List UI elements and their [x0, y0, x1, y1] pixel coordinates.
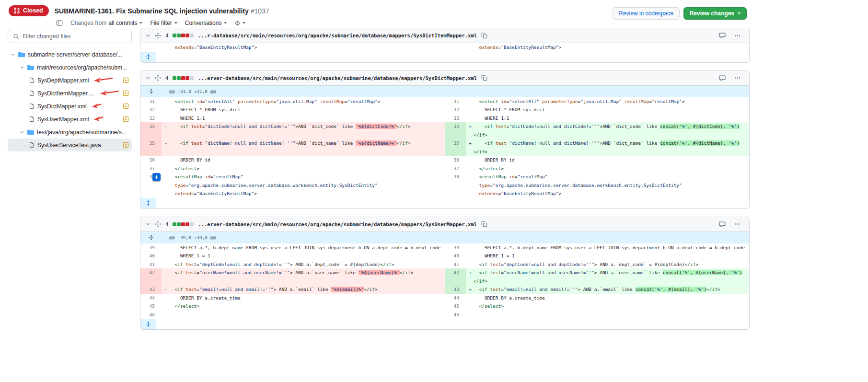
line-number[interactable]: 35: [140, 139, 162, 156]
diff-settings-dropdown[interactable]: ⚙: [234, 20, 245, 26]
diff-code-line: <select id="selectAll" parameterType="ja…: [162, 97, 445, 106]
line-number[interactable]: 36: [445, 156, 466, 164]
drag-handle-icon[interactable]: [155, 33, 161, 39]
line-number[interactable]: 32: [445, 105, 466, 114]
diff-code-line: extends="BaseEntityResultMap">: [466, 43, 749, 52]
line-number[interactable]: 43: [445, 285, 466, 294]
collapse-file-icon[interactable]: [145, 75, 150, 81]
file-header: 4...erver-database/src/main/resources/or…: [140, 71, 749, 86]
changes-from-dropdown[interactable]: Changes from all commits: [70, 20, 142, 26]
tree-file-sysdeptmapper-xml[interactable]: SysDeptMapper.xml: [8, 74, 132, 87]
split-divider: [445, 86, 445, 208]
file-comment-icon[interactable]: [719, 221, 726, 228]
unfold-icon: [149, 88, 154, 94]
line-number[interactable]: 36: [140, 156, 162, 164]
line-number[interactable]: 41: [445, 260, 466, 269]
file-menu-icon[interactable]: [734, 33, 741, 39]
file-path[interactable]: ...r-database/src/main/resources/org/apa…: [198, 33, 477, 38]
sidebar-toggle-icon[interactable]: [56, 20, 63, 26]
file-path[interactable]: ...erver-database/src/main/resources/org…: [198, 221, 477, 227]
line-number[interactable]: 44: [140, 294, 162, 302]
status-badge: Closed: [9, 5, 49, 16]
line-number[interactable]: 46: [445, 311, 466, 319]
line-number[interactable]: [445, 43, 466, 52]
line-number[interactable]: 39: [140, 243, 162, 252]
tree-folder-test-java-org-apache-submarine-s[interactable]: test/java/org/apache/submarine/s...: [8, 126, 132, 139]
review-in-codespace-button[interactable]: Review in codespace: [613, 7, 679, 20]
tree-file-sysusermapper-xml[interactable]: SysUserMapper.xml: [8, 113, 132, 126]
annotation-arrow-icon: [93, 76, 114, 83]
drag-handle-icon[interactable]: [155, 221, 161, 227]
line-number[interactable]: 40: [445, 252, 466, 260]
line-number[interactable]: 34: [140, 122, 162, 139]
line-number[interactable]: 34: [445, 122, 466, 139]
diff-code-line: <select id="selectAll" parameterType="ja…: [466, 97, 749, 106]
diff-table: @@ -39,8 +39,8 @@39 SELECT a.*, b.dept_n…: [140, 232, 749, 330]
line-number[interactable]: 35: [445, 139, 466, 156]
file-path[interactable]: ...erver-database/src/main/resources/org…: [198, 75, 477, 81]
diff-code-line: [162, 311, 445, 319]
diff-code-line: extends="BaseEntityResultMap">: [162, 43, 445, 52]
line-number[interactable]: 43: [140, 285, 162, 294]
line-number[interactable]: 41: [140, 260, 162, 269]
diff-context-half: 31 <select id="selectAll" parameterType=…: [445, 97, 749, 106]
line-number[interactable]: 40: [140, 252, 162, 260]
diffstat: [173, 76, 194, 80]
line-number[interactable]: 42: [140, 268, 162, 285]
diff-added-half: 43+ <if test="email!=null and email!=''"…: [445, 285, 749, 294]
diff-context-half: 39 SELECT a.*, b.dept_name FROM sys_user…: [445, 243, 749, 252]
diff-code-line: ORDER BY id: [162, 156, 445, 164]
line-number[interactable]: 38: [445, 173, 466, 198]
drag-handle-icon[interactable]: [155, 75, 161, 81]
annotation-arrow-icon: [92, 102, 102, 109]
file-comment-icon[interactable]: [719, 75, 726, 81]
diffstat-square: [173, 34, 176, 37]
diff-context-half: 36 ORDER BY id: [445, 156, 749, 164]
conversations-dropdown[interactable]: Conversations: [185, 20, 227, 26]
line-number[interactable]: 37: [445, 164, 466, 173]
filter-files-input[interactable]: [23, 33, 127, 40]
folder-icon: [27, 129, 34, 136]
file-menu-icon[interactable]: [734, 221, 741, 227]
tree-folder-submarine-server-server-database[interactable]: submarine-server/server-database/...: [8, 48, 132, 61]
file-menu-icon[interactable]: [734, 75, 741, 81]
expand-diff-button[interactable]: [140, 52, 156, 62]
changes-count: 4: [165, 33, 168, 38]
line-number[interactable]: 46: [140, 311, 162, 319]
line-number[interactable]: 39: [445, 243, 466, 252]
collapse-file-icon[interactable]: [145, 221, 150, 227]
line-number[interactable]: 31: [140, 97, 162, 106]
file-filter-dropdown[interactable]: File filter: [150, 20, 177, 26]
line-number[interactable]: [140, 43, 162, 52]
line-number[interactable]: 33: [445, 114, 466, 123]
line-number[interactable]: 31: [445, 97, 466, 106]
line-number[interactable]: 45: [140, 302, 162, 311]
file-diff-1: 4...r-database/src/main/resources/org/ap…: [140, 28, 750, 63]
file-comment-icon[interactable]: [719, 32, 726, 39]
copy-path-icon[interactable]: [481, 75, 487, 81]
line-number[interactable]: 33: [140, 114, 162, 123]
review-changes-button[interactable]: Review changes: [683, 7, 747, 20]
tree-folder-main-resources-org-apache-subm[interactable]: main/resources/org/apache/subm...: [8, 61, 132, 74]
expand-diff-button[interactable]: [140, 319, 156, 329]
line-number[interactable]: 45: [445, 302, 466, 311]
diff-code-line: SELECT a.*, b.dept_name FROM sys_user a …: [466, 243, 749, 252]
expand-hunk-button[interactable]: [140, 86, 162, 97]
file-header: 4...r-database/src/main/resources/org/ap…: [140, 28, 749, 43]
add-comment-button[interactable]: [152, 173, 161, 181]
line-number[interactable]: 42: [445, 268, 466, 285]
diff-code-line: WHERE 1=1: [162, 114, 445, 123]
collapse-file-icon[interactable]: [145, 33, 150, 38]
expand-diff-button[interactable]: [140, 198, 156, 208]
word-highlight: concat('%', #{dictCode}, '%'): [660, 124, 740, 129]
line-number[interactable]: 37: [140, 164, 162, 173]
expand-hunk-button[interactable]: [140, 232, 162, 243]
line-number[interactable]: 32: [140, 105, 162, 114]
copy-path-icon[interactable]: [481, 33, 487, 39]
tree-file-sysdictitemmapper-xml[interactable]: SysDictItemMapper.xml: [8, 87, 132, 100]
copy-path-icon[interactable]: [481, 221, 487, 227]
line-number[interactable]: 44: [445, 294, 466, 302]
word-highlight: '%${userName}%': [359, 270, 400, 275]
tree-file-sysuserservicetest-java[interactable]: SysUserServiceTest.java: [8, 139, 132, 151]
tree-file-sysdictmapper-xml[interactable]: SysDictMapper.xml: [8, 100, 132, 113]
